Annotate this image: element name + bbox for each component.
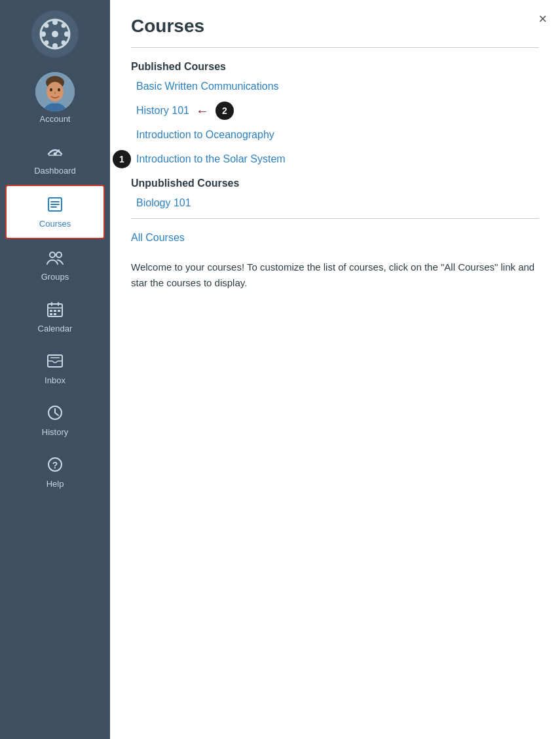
courses-panel: × Courses Published Courses Basic Writte… (110, 0, 560, 739)
svg-rect-30 (54, 310, 56, 312)
svg-rect-31 (58, 310, 60, 312)
svg-point-3 (41, 31, 46, 37)
sidebar-item-help[interactable]: ? Help (0, 446, 110, 498)
sidebar-calendar-label: Calendar (38, 324, 73, 333)
calendar-icon (46, 300, 64, 321)
svg-point-9 (52, 31, 58, 37)
sidebar: Account Dashboard (0, 0, 110, 739)
bottom-divider (131, 218, 539, 219)
sidebar-item-history[interactable]: History (0, 394, 110, 446)
svg-point-7 (45, 41, 49, 45)
help-icon: ? (46, 455, 64, 476)
svg-point-8 (62, 41, 66, 45)
svg-point-1 (52, 20, 58, 25)
svg-point-13 (50, 88, 52, 92)
sidebar-item-calendar[interactable]: Calendar (0, 291, 110, 343)
title-divider (131, 47, 539, 48)
panel-title: Courses (131, 16, 539, 37)
sidebar-account-label: Account (40, 114, 71, 124)
svg-rect-33 (54, 313, 56, 315)
courses-icon (46, 195, 64, 216)
sidebar-dashboard-label: Dashboard (34, 166, 76, 176)
course-link-bwc[interactable]: Basic Written Communications (131, 81, 539, 92)
sidebar-item-inbox[interactable]: Inbox (0, 343, 110, 394)
svg-point-24 (56, 252, 62, 257)
app-logo (31, 10, 79, 58)
svg-point-15 (54, 92, 56, 94)
dashboard-icon (46, 142, 64, 163)
close-button[interactable]: × (538, 10, 547, 28)
all-courses-link[interactable]: All Courses (131, 232, 539, 244)
course-link-h101[interactable]: History 101 (136, 105, 189, 117)
sidebar-item-account[interactable]: Account (0, 63, 110, 133)
svg-point-23 (50, 252, 55, 257)
sidebar-inbox-label: Inbox (45, 375, 65, 385)
history-icon (46, 404, 64, 425)
solar-system-row: 1 Introduction to the Solar System (131, 150, 539, 168)
sidebar-help-label: Help (47, 479, 64, 489)
course-link-ocean[interactable]: Introduction to Oceanography (131, 129, 539, 141)
avatar (35, 72, 75, 111)
sidebar-history-label: History (42, 427, 68, 437)
svg-point-4 (64, 31, 69, 37)
course-link-solar[interactable]: Introduction to the Solar System (136, 153, 286, 165)
svg-point-2 (52, 43, 58, 48)
svg-text:?: ? (52, 460, 58, 470)
published-heading: Published Courses (131, 61, 539, 73)
svg-rect-32 (50, 313, 52, 315)
welcome-text: Welcome to your courses! To customize th… (131, 259, 539, 291)
inbox-icon (46, 352, 64, 373)
annotation-badge-1: 1 (113, 150, 131, 168)
course-link-bio101[interactable]: Biology 101 (131, 197, 539, 209)
sidebar-item-groups[interactable]: Groups (0, 239, 110, 291)
svg-point-14 (58, 88, 60, 92)
history-101-row: History 101 ← 2 (131, 102, 539, 120)
unpublished-heading: Unpublished Courses (131, 178, 539, 189)
svg-point-5 (45, 24, 49, 28)
svg-line-40 (55, 413, 58, 415)
arrow-annotation: ← 2 (196, 102, 234, 120)
sidebar-courses-label: Courses (39, 219, 71, 229)
svg-point-6 (62, 24, 66, 28)
svg-rect-29 (50, 310, 52, 312)
sidebar-item-courses[interactable]: Courses (5, 185, 105, 239)
groups-icon (46, 248, 64, 269)
red-arrow-icon: ← (196, 104, 209, 119)
sidebar-item-dashboard[interactable]: Dashboard (0, 133, 110, 185)
annotation-badge-2: 2 (215, 102, 234, 120)
sidebar-groups-label: Groups (41, 272, 69, 282)
